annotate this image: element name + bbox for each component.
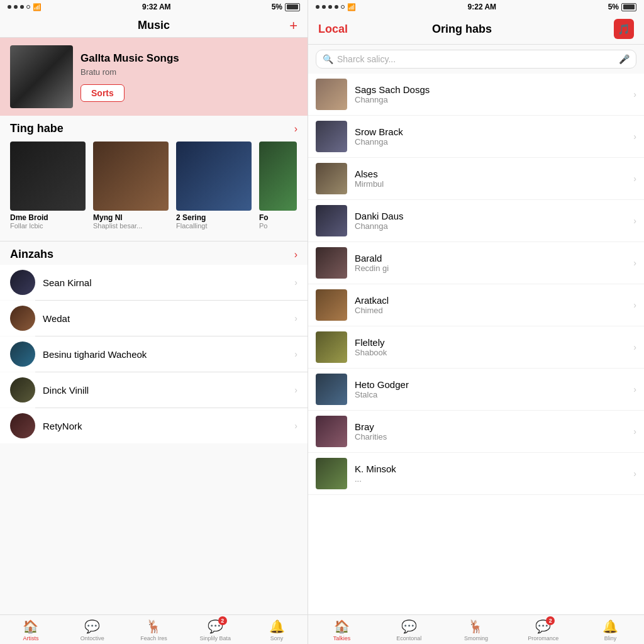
right-item-4[interactable]: Barald Recdin gi › xyxy=(308,242,644,284)
left-tab-feach[interactable]: 🦌 Feach Ires xyxy=(123,618,185,643)
thumb-3 xyxy=(176,142,252,211)
featured-image-placeholder xyxy=(10,45,73,108)
horizontal-item-4[interactable]: Fo Po xyxy=(259,142,308,230)
right-thumb-3 xyxy=(316,205,347,236)
right-item-sub-7: Stalca xyxy=(355,390,626,399)
right-item-7[interactable]: Heto Godger Stalca › xyxy=(308,369,644,411)
right-tab-proromance-label: Proromance xyxy=(528,635,558,641)
left-tab-ontoctive[interactable]: 💬 Ontoctive xyxy=(62,618,123,643)
horiz-name-2: Myng Nl xyxy=(93,213,169,222)
right-header-title: Oring habs xyxy=(310,23,614,36)
horizontal-item-2[interactable]: Myng Nl Shaplist besar... xyxy=(93,142,169,230)
right-item-name-6: Fleltely xyxy=(355,337,626,348)
ainzahs-title: Ainzahs xyxy=(10,248,53,261)
left-tab-artists-label: Artists xyxy=(23,635,38,641)
right-item-sub-8: Charities xyxy=(355,432,626,441)
left-status-right: 5% xyxy=(272,3,300,11)
artist-name-3: Dinck Vinill xyxy=(43,385,287,396)
right-item-info-0: Sags Sach Dosgs Channga xyxy=(355,84,626,104)
ting-habe-scroll[interactable]: Dme Broid Follar lcbic Myng Nl Shaplist … xyxy=(0,139,308,237)
music-icon: 🎵 xyxy=(618,23,630,35)
right-item-5[interactable]: Aratkacl Chimed › xyxy=(308,284,644,326)
search-bar[interactable]: 🔍 Sharck salicy... 🎤 xyxy=(316,50,636,69)
right-tab-talkies-label: Talkies xyxy=(333,635,351,641)
right-item-9[interactable]: K. Minsok ... › xyxy=(308,453,644,495)
horiz-name-3: 2 Sering xyxy=(176,213,252,222)
right-item-1[interactable]: Srow Brack Channga › xyxy=(308,116,644,158)
left-tab-feach-label: Feach Ires xyxy=(140,635,167,641)
search-placeholder[interactable]: Sharck salicy... xyxy=(337,54,615,64)
right-item-sub-6: Shabook xyxy=(355,348,626,357)
right-item-name-8: Bray xyxy=(355,421,626,432)
right-chevron-6: › xyxy=(633,342,636,352)
left-tab-bar: 🏠 Artists 💬 Ontoctive 🦌 Feach Ires 💬 2 S… xyxy=(0,614,308,644)
right-item-info-4: Barald Recdin gi xyxy=(355,253,626,273)
left-panel: 📶 9:32 AM 5% Music + Gallta Music Songs … xyxy=(0,0,308,644)
right-tab-proromance[interactable]: 💬 2 Proromance xyxy=(509,618,577,643)
signal-dot-2 xyxy=(14,5,18,9)
right-item-3[interactable]: Danki Daus Channga › xyxy=(308,200,644,242)
tab-badge-sinplily: 💬 2 xyxy=(208,619,223,634)
right-item-name-4: Barald xyxy=(355,253,626,264)
horizontal-item-1[interactable]: Dme Broid Follar lcbic xyxy=(10,142,86,230)
horiz-sub-2: Shaplist besar... xyxy=(93,222,169,230)
ainzahs-arrow[interactable]: › xyxy=(294,249,297,260)
right-thumb-4 xyxy=(316,247,347,279)
right-item-name-1: Srow Brack xyxy=(355,126,626,137)
right-item-name-7: Heto Godger xyxy=(355,379,626,390)
right-item-info-2: Alses Mirmbul xyxy=(355,169,626,189)
r-chat-icon: 💬 xyxy=(401,619,417,634)
right-item-name-0: Sags Sach Dosgs xyxy=(355,84,626,95)
right-tab-smoming[interactable]: 🦌 Smoming xyxy=(443,618,510,643)
list-item-3[interactable]: Dinck Vinill › xyxy=(0,372,308,408)
artist-name-2: Besinu tigharid Wacheok xyxy=(43,349,287,360)
left-status-bar: 📶 9:32 AM 5% xyxy=(0,0,308,14)
right-tab-talkies[interactable]: 🏠 Talkies xyxy=(308,618,375,643)
right-item-2[interactable]: Alses Mirmbul › xyxy=(308,158,644,200)
right-tab-econtonal[interactable]: 💬 Econtonal xyxy=(375,618,443,643)
list-item-1[interactable]: Wedat › xyxy=(0,301,308,336)
left-tab-ontoctive-label: Ontoctive xyxy=(80,635,104,641)
battery-fill xyxy=(287,4,298,9)
chat-icon: 💬 xyxy=(84,619,100,634)
chevron-1: › xyxy=(294,313,297,323)
right-item-8[interactable]: Bray Charities › xyxy=(308,411,644,453)
home-icon: 🏠 xyxy=(23,619,38,634)
list-item-4[interactable]: RetyNork › xyxy=(0,408,308,443)
featured-card: Gallta Music Songs Bratu rom Sorts xyxy=(0,38,308,116)
list-item-0[interactable]: Sean Kirnal › xyxy=(0,265,308,300)
right-thumb-2 xyxy=(316,163,347,194)
right-thumb-1 xyxy=(316,121,347,152)
list-item-2[interactable]: Besinu tigharid Wacheok › xyxy=(0,336,308,372)
right-tab-bar: 🏠 Talkies 💬 Econtonal 🦌 Smoming 💬 2 Pror… xyxy=(308,614,644,644)
right-item-info-5: Aratkacl Chimed xyxy=(355,295,626,315)
right-item-6[interactable]: Fleltely Shabook › xyxy=(308,326,644,369)
chevron-3: › xyxy=(294,385,297,395)
featured-info: Gallta Music Songs Bratu rom Sorts xyxy=(80,52,297,102)
sorts-button[interactable]: Sorts xyxy=(80,84,125,102)
right-thumb-0 xyxy=(316,79,347,110)
right-item-name-9: K. Minsok xyxy=(355,464,626,474)
right-item-info-1: Srow Brack Channga xyxy=(355,126,626,147)
add-button[interactable]: + xyxy=(289,18,297,34)
left-tab-artists[interactable]: 🏠 Artists xyxy=(0,618,62,643)
thumb-2 xyxy=(93,142,169,211)
r-home-icon: 🏠 xyxy=(334,619,350,634)
right-tab-bliny[interactable]: 🔔 Bliny xyxy=(577,618,644,643)
mic-icon[interactable]: 🎤 xyxy=(619,54,630,64)
left-tab-sony[interactable]: 🔔 Sony xyxy=(246,618,308,643)
right-thumb-5 xyxy=(316,289,347,321)
right-status-right: 5% xyxy=(608,3,636,11)
avatar-3 xyxy=(10,377,35,402)
featured-image xyxy=(10,45,73,108)
ting-habe-arrow[interactable]: › xyxy=(294,123,297,135)
left-tab-sinplily[interactable]: 💬 2 Sinplily Bata xyxy=(184,618,246,643)
right-item-sub-5: Chimed xyxy=(355,306,626,315)
artists-list: Sean Kirnal › Wedat › Besinu tigharid Wa… xyxy=(0,265,308,614)
left-tab-sony-label: Sony xyxy=(270,635,284,641)
horiz-sub-4: Po xyxy=(259,222,308,230)
right-header-icon-btn[interactable]: 🎵 xyxy=(614,19,634,39)
horizontal-item-3[interactable]: 2 Sering Flacallingt xyxy=(176,142,252,230)
deer-icon: 🦌 xyxy=(146,619,162,634)
right-item-0[interactable]: Sags Sach Dosgs Channga › xyxy=(308,74,644,116)
